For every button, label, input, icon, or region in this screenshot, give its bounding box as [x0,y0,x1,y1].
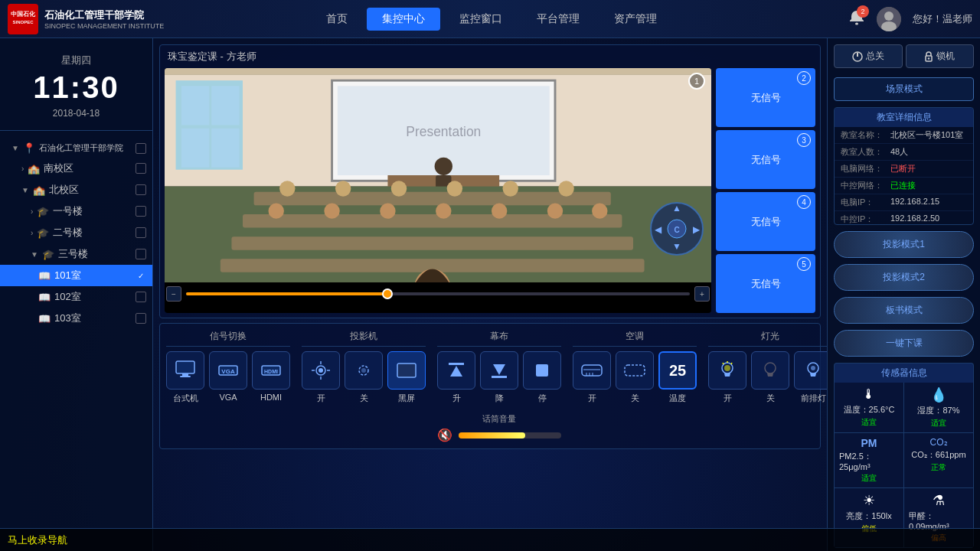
tree-room103[interactable]: 📖 103室 [0,308,152,329]
lock-btn[interactable]: 锁机 [906,44,975,68]
nav-platform[interactable]: 平台管理 [521,8,595,31]
user-greeting: 您好！温老师 [913,12,972,26]
formaldehyde-icon: ⚗ [933,492,945,509]
info-pc-ip-key: 电脑IP： [841,197,890,208]
room103-label: 103室 [54,311,81,325]
scene-blackboard-btn[interactable]: 板书模式 [834,297,974,324]
volume-control: 🔇 [437,428,561,442]
nav-control-center[interactable]: 集控中心 [367,8,440,31]
scene-projector1-btn[interactable]: 投影模式1 [834,231,974,258]
co2-value: CO₂：661ppm [911,449,965,461]
tree-nancampus[interactable]: › 🏫 南校区 [0,158,152,179]
room102-check[interactable] [136,292,146,302]
svg-rect-16 [211,129,239,168]
temp-icon: 🌡 [862,386,876,403]
ac-on-btn[interactable]: 开 [573,351,611,404]
nancampus-check[interactable] [136,163,146,174]
cam-minus-btn[interactable]: − [166,286,181,302]
ac-title: 空调 [573,330,697,347]
screen-stop-btn[interactable]: 停 [523,351,561,404]
screen-up-btn[interactable]: 升 [437,351,475,404]
projector-on-btn[interactable]: 开 [302,351,340,404]
light-on-btn[interactable]: 开 [708,351,746,404]
header-right: 2 您好！温老师 [819,7,972,31]
sensor-info-title: 传感器信息 [834,363,974,383]
building2-check[interactable] [136,227,146,238]
signal-btn-vga[interactable]: VGA VGA [209,351,247,404]
scene-mode-btn[interactable]: 场景模式 [834,77,974,101]
room-icon: 📖 [38,292,51,303]
logo-cn: 石油化工管理干部学院 [44,8,164,22]
temp-value: 25 [669,362,686,380]
svg-rect-83 [625,365,645,376]
screen-down-btn[interactable]: 降 [480,351,518,404]
info-pc-net-key: 电脑网络： [841,163,890,174]
projector-black-btn[interactable]: 黑屏 [387,351,426,404]
scene-projector2-btn[interactable]: 投影模式2 [834,264,974,291]
volume-slider[interactable] [459,432,561,439]
light-off-label: 关 [766,393,775,404]
volume-fill [459,432,525,439]
building-icon: 🏫 [28,163,40,174]
thumb-cam-4[interactable]: 无信号 4 [716,192,815,251]
notification-bell[interactable]: 2 [848,9,865,29]
tree-root[interactable]: ▼ 📍 石油化工管理干部学院 [0,139,152,158]
info-ctrl-ip: 中控IP： 192.168.2.50 [835,211,973,225]
info-pc-net: 电脑网络： 已断开 [835,161,973,178]
room101-check[interactable]: ✓ [136,270,146,281]
front-light-btn[interactable]: 前排灯 [794,351,827,404]
marquee-text: 马上收录导航 [8,533,67,547]
building3-check[interactable] [136,249,146,259]
thumb-cam-5-num: 5 [797,257,811,271]
thumb-cam-2-num: 2 [797,71,811,85]
screen-up-icon [437,351,475,390]
thumb-cam-5[interactable]: 无信号 5 [716,254,815,313]
tree-building1[interactable]: › 🎓 一号楼 [0,201,152,222]
signal-btn-hdmi[interactable]: HDMI HDMI [252,351,290,404]
direction-control[interactable]: ▲ ▼ ◀ ▶ C [650,202,704,256]
building2-label: 二号楼 [53,226,83,240]
tree-room101[interactable]: 📖 101室 ✓ [0,265,152,286]
cam-plus-btn[interactable]: + [694,286,710,302]
desktop-icon [166,351,204,390]
light-off-btn[interactable]: 关 [751,351,789,404]
tree-room102[interactable]: 📖 102室 [0,286,152,308]
tree-building2[interactable]: › 🎓 二号楼 [0,222,152,243]
ac-buttons: 开 关 25 温度 [573,351,697,404]
ac-off-btn[interactable]: 关 [616,351,654,404]
info-pc-ip-val: 192.168.2.15 [890,197,939,208]
info-count: 教室人数： 48人 [835,144,973,161]
divider [0,130,152,131]
tree-root-check[interactable] [136,143,146,154]
projector-off-btn[interactable]: 关 [345,351,383,404]
thumb-cam-3[interactable]: 无信号 3 [716,130,815,189]
shutdown-btn[interactable]: 总关 [834,44,903,68]
building1-check[interactable] [136,206,146,217]
screen-down-icon [480,351,518,390]
one-click-end-class-btn[interactable]: 一键下课 [834,330,974,357]
top-action-buttons: 总关 锁机 [828,38,980,74]
room103-check[interactable] [136,313,146,324]
nav-assets[interactable]: 资产管理 [599,8,672,31]
screen-buttons: 升 降 [437,351,561,404]
nav-home[interactable]: 首页 [311,8,363,31]
info-pc-ip: 电脑IP： 192.168.2.15 [835,194,973,211]
cam-progress-slider[interactable] [186,292,690,295]
svg-line-86 [731,363,732,364]
info-name-val: 北校区一号楼101室 [890,129,963,141]
tree-beicampus[interactable]: ▼ 🏫 北校区 [0,179,152,201]
beicampus-check[interactable] [136,184,146,195]
svg-point-37 [380,203,395,218]
signal-btn-desktop[interactable]: 台式机 [166,351,204,404]
ac-temp-btn[interactable]: 25 温度 [658,351,697,404]
volume-icon: 🔇 [437,428,452,442]
svg-rect-26 [231,236,633,249]
room102-label: 102室 [54,290,81,304]
ac-off-icon [616,351,654,390]
tree-building3[interactable]: ▼ 🎓 三号楼 [0,243,152,265]
svg-point-33 [503,181,518,196]
svg-point-35 [269,203,284,218]
svg-point-40 [547,203,563,218]
thumb-cam-2[interactable]: 无信号 2 [716,68,815,127]
nav-monitor[interactable]: 监控窗口 [444,8,518,31]
